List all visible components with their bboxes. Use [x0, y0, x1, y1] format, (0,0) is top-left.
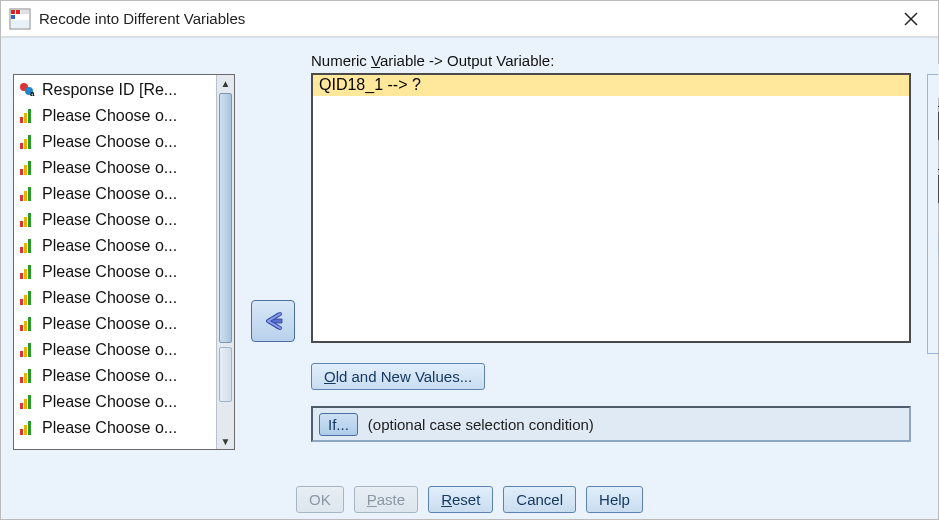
scale-icon [18, 133, 38, 151]
svg-rect-31 [28, 265, 31, 279]
nominal-icon: a [18, 81, 38, 99]
variable-list-item[interactable]: Please Choose o... [14, 389, 216, 415]
svg-rect-44 [20, 403, 23, 409]
svg-rect-1 [11, 10, 15, 14]
variable-list-item-label: Please Choose o... [42, 341, 177, 359]
svg-rect-22 [28, 187, 31, 201]
variable-list-item-label: Please Choose o... [42, 393, 177, 411]
variable-list-item[interactable]: Please Choose o... [14, 181, 216, 207]
variable-list-item[interactable]: Please Choose o... [14, 415, 216, 441]
variable-list-item[interactable]: Please Choose o... [14, 311, 216, 337]
variable-list-item[interactable]: Please Choose o... [14, 155, 216, 181]
svg-rect-36 [24, 321, 27, 331]
svg-rect-37 [28, 317, 31, 331]
columns: aResponse ID [Re...Please Choose o...Ple… [13, 52, 928, 450]
svg-rect-11 [20, 117, 23, 123]
svg-rect-16 [28, 135, 31, 149]
scale-icon [18, 107, 38, 125]
svg-text:a: a [30, 89, 35, 98]
scale-icon [18, 393, 38, 411]
svg-rect-4 [21, 10, 29, 14]
mapping-item[interactable]: QID18_1 --> ? [313, 75, 909, 96]
svg-rect-45 [24, 399, 27, 409]
scroll-up-arrow[interactable]: ▲ [217, 75, 234, 91]
if-text: (optional case selection condition) [368, 416, 594, 433]
svg-rect-49 [28, 421, 31, 435]
variable-list-item-label: Please Choose o... [42, 133, 177, 151]
close-icon [903, 11, 919, 27]
scroll-down-arrow[interactable]: ▼ [217, 433, 234, 449]
center-column: Numeric Variable -> Output Variable: QID… [311, 52, 911, 450]
dialog-body: aResponse ID [Re...Please Choose o...Ple… [1, 37, 938, 519]
variable-list-item-label: Please Choose o... [42, 211, 177, 229]
scroll-track-segment [219, 347, 232, 402]
svg-rect-30 [24, 269, 27, 279]
svg-rect-25 [28, 213, 31, 227]
variable-list-item-label: Please Choose o... [42, 107, 177, 125]
svg-rect-46 [28, 395, 31, 409]
variable-list-item[interactable]: Please Choose o... [14, 129, 216, 155]
variable-list-item[interactable]: Please Choose o... [14, 337, 216, 363]
close-button[interactable] [890, 4, 932, 34]
variable-list-item-label: Please Choose o... [42, 237, 177, 255]
scale-icon [18, 263, 38, 281]
output-variable-group: Output Variable Name: Label: Change [927, 74, 939, 354]
mapping-label: Numeric Variable -> Output Variable: [311, 52, 911, 69]
scale-icon [18, 289, 38, 307]
svg-rect-19 [28, 161, 31, 175]
scale-icon [18, 185, 38, 203]
svg-rect-18 [24, 165, 27, 175]
scroll-thumb[interactable] [219, 93, 232, 343]
svg-rect-3 [11, 15, 15, 19]
svg-rect-47 [20, 429, 23, 435]
spss-app-icon [9, 8, 31, 30]
svg-rect-29 [20, 273, 23, 279]
ok-button[interactable]: OK [296, 486, 344, 513]
mapping-list[interactable]: QID18_1 --> ? [311, 73, 911, 343]
svg-rect-42 [24, 373, 27, 383]
variable-list-item[interactable]: Please Choose o... [14, 103, 216, 129]
svg-rect-24 [24, 217, 27, 227]
variable-list-item[interactable]: Please Choose o... [14, 233, 216, 259]
variable-list-item[interactable]: Please Choose o... [14, 363, 216, 389]
svg-rect-34 [28, 291, 31, 305]
scrollbar[interactable]: ▲ ▼ [216, 75, 234, 449]
help-button[interactable]: Help [586, 486, 643, 513]
svg-rect-5 [11, 20, 29, 28]
scale-icon [18, 159, 38, 177]
svg-rect-20 [20, 195, 23, 201]
titlebar: Recode into Different Variables [1, 1, 938, 37]
svg-rect-33 [24, 295, 27, 305]
output-variable-column: Output Variable Name: Label: Change [927, 52, 939, 450]
variable-list-item[interactable]: aResponse ID [Re... [14, 77, 216, 103]
reset-button[interactable]: Reset [428, 486, 493, 513]
transfer-column [251, 52, 295, 450]
variable-list-item[interactable]: Please Choose o... [14, 285, 216, 311]
svg-rect-40 [28, 343, 31, 357]
move-left-button[interactable] [251, 300, 295, 342]
scale-icon [18, 419, 38, 437]
svg-rect-48 [24, 425, 27, 435]
variable-list-item[interactable]: Please Choose o... [14, 259, 216, 285]
paste-button[interactable]: Paste [354, 486, 418, 513]
svg-rect-39 [24, 347, 27, 357]
cancel-button[interactable]: Cancel [503, 486, 576, 513]
scale-icon [18, 367, 38, 385]
source-variable-list[interactable]: aResponse ID [Re...Please Choose o...Ple… [13, 74, 235, 450]
scale-icon [18, 341, 38, 359]
svg-rect-2 [16, 10, 20, 14]
variable-list-item-label: Please Choose o... [42, 289, 177, 307]
below-center: Old and New Values... If... (optional ca… [311, 363, 911, 442]
dialog-title: Recode into Different Variables [39, 10, 890, 27]
dialog-button-row: OK Paste Reset Cancel Help [1, 486, 938, 513]
variable-list-item[interactable]: Please Choose o... [14, 207, 216, 233]
old-and-new-values-button[interactable]: Old and New Values... [311, 363, 485, 390]
svg-rect-32 [20, 299, 23, 305]
svg-rect-38 [20, 351, 23, 357]
variable-list-item-label: Please Choose o... [42, 159, 177, 177]
variable-list-item-label: Response ID [Re... [42, 81, 177, 99]
svg-rect-41 [20, 377, 23, 383]
variable-list-item-label: Please Choose o... [42, 419, 177, 437]
arrow-left-icon [260, 310, 286, 332]
if-button[interactable]: If... [319, 413, 358, 436]
